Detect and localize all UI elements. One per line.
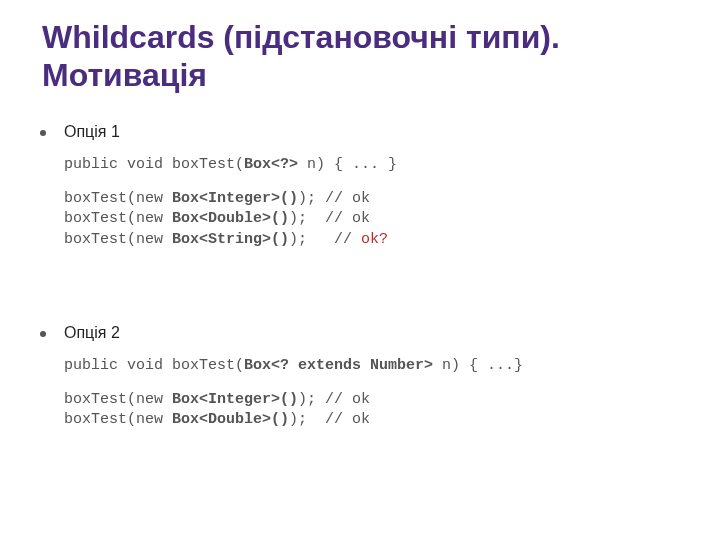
code-bold: Box<?> [244, 156, 298, 173]
option-2-label: Опція 2 [64, 324, 680, 342]
code-warn: ok? [361, 231, 388, 248]
code-gap [64, 376, 680, 390]
code-text: boxTest(new [64, 411, 172, 428]
code-bold: Box<? extends Number> [244, 357, 433, 374]
code-bold: Box<Integer>() [172, 391, 298, 408]
code-text: boxTest(new [64, 210, 172, 227]
code-text: ); // [289, 231, 361, 248]
option-2: Опція 2 public void boxTest(Box<? extend… [40, 324, 680, 431]
code-bold: Box<String>() [172, 231, 289, 248]
code-text: ); // ok [298, 190, 370, 207]
page-title: Whildcards (підстановочні типи). Мотивац… [42, 18, 680, 95]
option-list: Опція 1 public void boxTest(Box<?> n) { … [40, 123, 680, 431]
code-bold: Box<Double>() [172, 210, 289, 227]
code-text: ); // ok [298, 391, 370, 408]
code-text: n) { ... } [298, 156, 397, 173]
option-2-code: public void boxTest(Box<? extends Number… [64, 356, 680, 431]
code-text: ); // ok [289, 210, 370, 227]
slide: Whildcards (підстановочні типи). Мотивац… [0, 0, 720, 540]
code-text: n) { ...} [433, 357, 523, 374]
option-1-code: public void boxTest(Box<?> n) { ... } bo… [64, 155, 680, 250]
code-text: boxTest(new [64, 231, 172, 248]
code-text: ); // ok [289, 411, 370, 428]
option-1: Опція 1 public void boxTest(Box<?> n) { … [40, 123, 680, 296]
code-gap [64, 175, 680, 189]
code-text: public void boxTest( [64, 156, 244, 173]
code-text: boxTest(new [64, 391, 172, 408]
spacer [64, 250, 680, 296]
code-text: boxTest(new [64, 190, 172, 207]
option-1-label: Опція 1 [64, 123, 680, 141]
code-text: public void boxTest( [64, 357, 244, 374]
code-bold: Box<Double>() [172, 411, 289, 428]
code-bold: Box<Integer>() [172, 190, 298, 207]
